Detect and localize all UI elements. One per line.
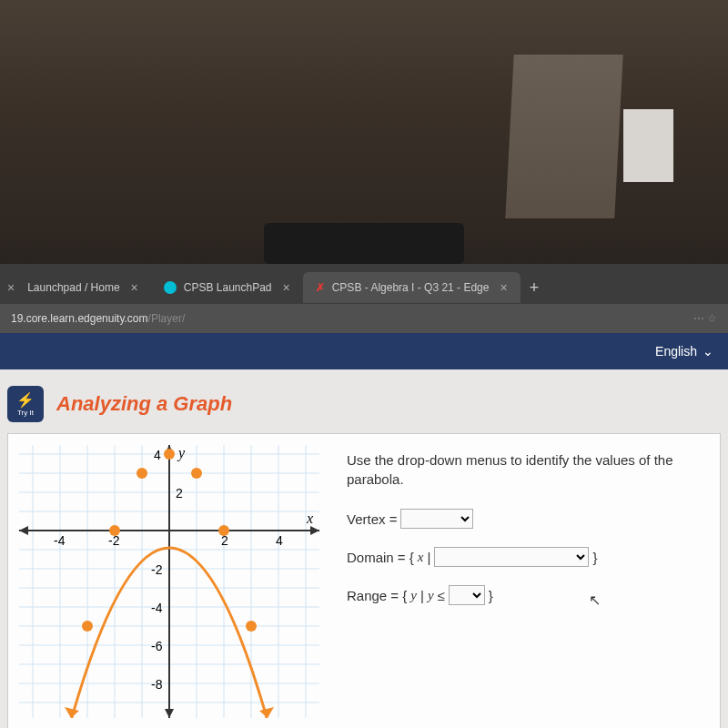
svg-text:2: 2 <box>176 486 183 500</box>
activity-title: Analyzing a Graph <box>56 392 232 416</box>
tab-cpsb-launchpad[interactable]: CPSB LaunchPad × <box>151 272 303 303</box>
range-prefix: Range = { <box>347 588 407 603</box>
url-host: 19.core.learn.edgenuity.com <box>11 312 148 325</box>
browser-tabs: × Launchpad / Home × CPSB LaunchPad × ✗ … <box>0 271 728 304</box>
domain-row: Domain = {x| } <box>347 547 709 567</box>
svg-text:4: 4 <box>276 533 283 548</box>
svg-text:4: 4 <box>154 448 161 462</box>
range-suffix: } <box>489 588 493 603</box>
domain-suffix: } <box>592 550 597 565</box>
vertex-label: Vertex = <box>347 511 397 527</box>
parabola-graph: y x -4 -2 2 4 2 4 -2 -4 -6 -8 <box>19 445 319 718</box>
url-path: /Player/ <box>148 312 186 325</box>
close-icon[interactable]: × <box>131 280 138 295</box>
range-var: y <box>410 588 417 603</box>
close-icon[interactable]: × <box>500 280 507 295</box>
svg-text:-6: -6 <box>151 639 163 653</box>
browser-chrome: × Launchpad / Home × CPSB LaunchPad × ✗ … <box>0 264 728 333</box>
main-panel: y x -4 -2 2 4 2 4 -2 -4 -6 -8 <box>7 433 721 728</box>
range-mid: | <box>420 588 424 603</box>
instruction-text: Use the drop-down menus to identify the … <box>347 450 709 489</box>
questions-panel: Use the drop-down menus to identify the … <box>347 445 709 728</box>
tab-label: CPSB LaunchPad <box>184 281 272 294</box>
svg-marker-44 <box>259 707 274 718</box>
tab-launchpad-home[interactable]: Launchpad / Home × <box>15 272 151 303</box>
browser-menu-icon[interactable]: ⋯ ☆ <box>693 312 717 325</box>
activity-header: ⚡ Try It Analyzing a Graph <box>7 380 721 433</box>
app-top-bar: English ⌄ <box>0 333 728 369</box>
svg-point-49 <box>218 525 229 536</box>
svg-point-48 <box>109 525 120 536</box>
svg-text:-4: -4 <box>151 601 163 615</box>
domain-var: x <box>418 550 424 565</box>
domain-select[interactable] <box>434 547 589 567</box>
badge-text: Try It <box>17 409 34 417</box>
vertex-row: Vertex = <box>347 509 709 529</box>
svg-point-45 <box>164 449 175 460</box>
vertex-select[interactable] <box>400 509 473 529</box>
chevron-down-icon: ⌄ <box>703 344 713 359</box>
launchpad-icon <box>164 281 177 294</box>
svg-marker-43 <box>65 707 79 718</box>
domain-prefix: Domain = { <box>347 550 414 565</box>
address-bar[interactable]: 19.core.learn.edgenuity.com/Player/ ⋯ ☆ <box>0 304 728 333</box>
domain-mid: | <box>427 550 430 565</box>
svg-marker-27 <box>310 526 319 535</box>
range-op: ≤ <box>438 588 445 603</box>
svg-point-50 <box>82 621 93 632</box>
language-label: English <box>655 344 697 359</box>
close-icon[interactable]: × <box>7 280 15 295</box>
tab-label: CPSB - Algebra I - Q3 21 - Edge <box>332 281 490 294</box>
bolt-icon: ⚡ <box>16 391 35 409</box>
language-selector[interactable]: English ⌄ <box>655 344 713 359</box>
content-area: ⚡ Try It Analyzing a Graph <box>0 369 728 728</box>
svg-point-51 <box>246 621 257 632</box>
svg-text:x: x <box>306 511 313 526</box>
svg-marker-30 <box>165 709 174 718</box>
close-icon[interactable]: × <box>283 280 290 295</box>
try-it-badge: ⚡ Try It <box>7 386 44 422</box>
svg-point-47 <box>191 468 202 479</box>
svg-marker-28 <box>19 526 28 535</box>
cursor-icon: ↖ <box>589 592 601 609</box>
svg-text:-2: -2 <box>151 562 163 577</box>
range-row: Range = {y| y ≤ } <box>347 585 709 605</box>
svg-point-46 <box>136 468 147 479</box>
laptop-camera-notch <box>264 223 464 264</box>
svg-text:-4: -4 <box>54 533 66 548</box>
range-select[interactable] <box>449 585 485 605</box>
svg-text:-8: -8 <box>151 677 163 692</box>
new-tab-button[interactable]: + <box>521 278 549 298</box>
tab-label: Launchpad / Home <box>27 281 119 294</box>
svg-text:y: y <box>177 445 186 461</box>
edgenuity-icon: ✗ <box>316 281 325 294</box>
range-var2: y <box>428 588 434 603</box>
tab-cpsb-algebra[interactable]: ✗ CPSB - Algebra I - Q3 21 - Edge × <box>303 272 521 303</box>
